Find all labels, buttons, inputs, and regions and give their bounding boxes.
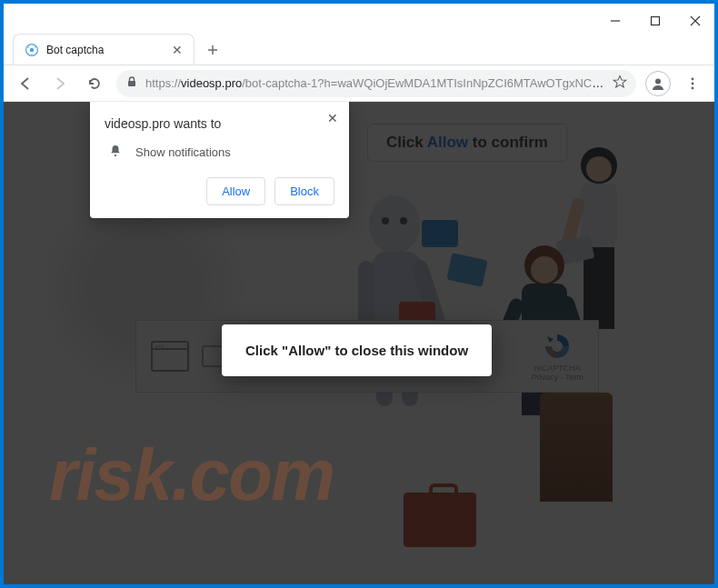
tab-strip: Bot captcha ✕	[4, 33, 714, 65]
modal-text: Click "Allow" to close this window	[245, 343, 468, 358]
svg-rect-37	[115, 154, 117, 156]
browser-tab[interactable]: Bot captcha ✕	[13, 34, 194, 65]
svg-point-13	[692, 77, 694, 80]
permission-close-button[interactable]: ✕	[327, 111, 338, 125]
svg-point-8	[31, 53, 33, 55]
notification-permission-dialog: ✕ videosp.pro wants to Show notification…	[90, 102, 349, 218]
bookmark-star-icon[interactable]	[613, 75, 627, 92]
lock-icon	[125, 75, 138, 91]
svg-rect-11	[128, 81, 135, 86]
svg-rect-1	[652, 17, 660, 25]
page-content: Click Allow to confirm ••• I a Clic r	[4, 102, 714, 584]
maximize-button[interactable]	[643, 9, 667, 33]
block-button[interactable]: Block	[274, 177, 334, 205]
minimize-button[interactable]	[603, 9, 627, 33]
browser-toolbar: https://videosp.pro/bot-captcha-1?h=waWQ…	[4, 65, 714, 102]
profile-button[interactable]	[645, 71, 671, 96]
svg-point-12	[655, 78, 661, 84]
url-text: https://videosp.pro/bot-captcha-1?h=waWQ…	[145, 76, 605, 90]
svg-point-6	[27, 45, 29, 47]
close-window-button[interactable]	[683, 9, 707, 33]
address-bar[interactable]: https://videosp.pro/bot-captcha-1?h=waWQ…	[116, 70, 636, 97]
permission-origin: videosp.pro wants to	[105, 116, 334, 131]
tab-favicon-icon	[25, 43, 39, 57]
menu-button[interactable]	[680, 71, 705, 96]
svg-point-7	[35, 45, 36, 47]
bell-icon	[108, 144, 123, 161]
reload-button[interactable]	[82, 71, 107, 96]
svg-point-15	[692, 86, 694, 89]
tab-close-button[interactable]: ✕	[170, 41, 184, 59]
forward-button[interactable]	[47, 71, 73, 96]
instruction-modal: Click "Allow" to close this window	[222, 324, 492, 376]
svg-point-14	[692, 82, 694, 85]
svg-point-5	[30, 47, 34, 51]
allow-button[interactable]: Allow	[206, 177, 265, 205]
back-button[interactable]	[13, 71, 38, 96]
tab-title: Bot captcha	[46, 44, 163, 56]
permission-request-text: Show notifications	[135, 145, 231, 159]
new-tab-button[interactable]	[200, 37, 225, 63]
window-titlebar	[4, 4, 714, 33]
